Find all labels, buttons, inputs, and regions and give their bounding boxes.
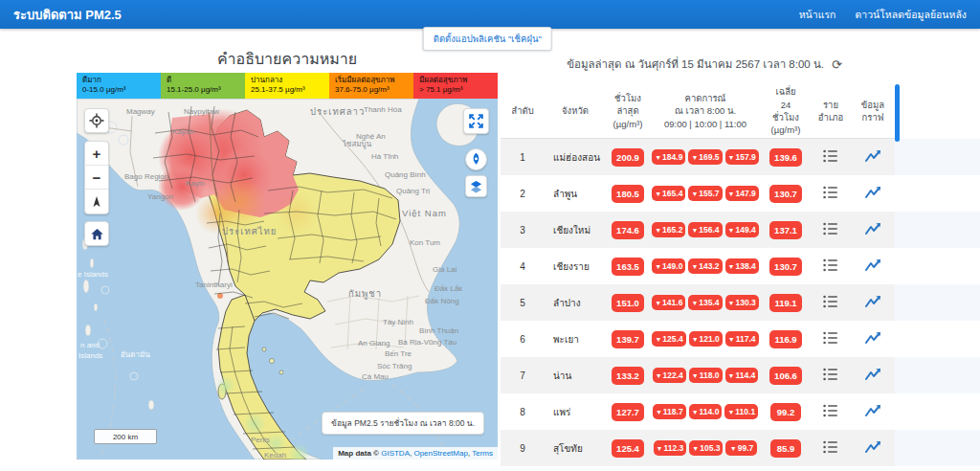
map-data-note: ข้อมูล PM2.5 รายชั่วโมง ณ เวลา 8:00 น.	[322, 412, 484, 435]
district-list-icon[interactable]	[823, 186, 838, 199]
nav-link-home[interactable]: หน้าแรก	[799, 7, 836, 23]
row-number: 4	[501, 261, 545, 272]
district-list-icon[interactable]	[823, 440, 838, 454]
row-number: 6	[501, 334, 545, 345]
table-title: ข้อมูลล่าสุด ณ วันศุกร์ที่ 15 มีนาคม 256…	[501, 56, 895, 73]
forecast-value-badge: ▼138.4	[725, 258, 759, 274]
graph-icon[interactable]	[865, 258, 881, 272]
avg24-value-badge: 119.1	[769, 294, 801, 312]
forecast-value-badge: ▼118.0	[689, 368, 723, 383]
zoom-control: + −	[84, 141, 109, 214]
avg24-value-badge: 106.6	[769, 367, 802, 385]
graph-icon[interactable]	[865, 222, 881, 236]
gistda-logo[interactable]	[465, 148, 487, 170]
district-list-icon[interactable]	[823, 368, 838, 381]
latest-data-title: ข้อมูลล่าสุด ณ วันศุกร์ที่ 15 มีนาคม 256…	[567, 58, 824, 70]
zoom-in-button[interactable]: +	[85, 142, 108, 166]
down-arrow-icon: ▼	[728, 263, 735, 270]
down-arrow-icon: ▼	[656, 372, 662, 379]
forecast-badges: ▼184.9▼169.5▼157.9	[650, 149, 761, 165]
col-header-latest-hour: ชั่วโมง ล่าสุด (µg/m³)	[606, 92, 650, 130]
down-arrow-icon: ▼	[692, 409, 699, 415]
attribution-link-osm[interactable]: OpenStreetMap	[413, 449, 467, 458]
district-list-icon[interactable]	[823, 258, 838, 272]
map-canvas: MagwayNaypyitawKayahBago RegionYangonKay…	[77, 99, 498, 460]
down-arrow-icon: ▼	[655, 191, 661, 197]
zoom-out-button[interactable]: −	[85, 166, 108, 190]
forecast-value-badge: ▼130.3	[725, 295, 759, 310]
district-list-icon[interactable]	[823, 222, 838, 236]
refresh-icon[interactable]: ⟳	[832, 57, 842, 72]
district-list-icon[interactable]	[823, 331, 838, 345]
map-label: Tây Ninh	[383, 318, 413, 326]
nav-link-download-history[interactable]: ดาวน์โหลดข้อมูลย้อนหลัง	[855, 7, 967, 23]
map-label: อันดามัน	[121, 350, 150, 359]
map-label: Kayin	[186, 179, 205, 188]
map-label: Quảng Trị	[396, 187, 430, 195]
graph-icon[interactable]	[865, 404, 881, 417]
down-arrow-icon: ▼	[657, 445, 663, 452]
map-label: Bago Region	[124, 172, 168, 181]
forecast-badges: ▼122.4▼118.0▼114.4	[650, 368, 761, 383]
province-name: เชียงราย	[545, 259, 606, 274]
map-label: Islands	[78, 351, 102, 360]
avg24-value-badge: 85.9	[770, 439, 801, 458]
table-row: 2 ลำพูน 180.5 ▼165.4▼155.7▼147.9 130.7	[501, 175, 980, 212]
avg24-value-badge: 99.2	[770, 403, 801, 421]
attribution-link-gistda[interactable]: GISTDA	[381, 449, 410, 458]
row-number: 5	[501, 298, 545, 308]
forecast-value-badge: ▼105.3	[689, 440, 723, 456]
compass-button[interactable]	[85, 190, 108, 213]
map-label: Kedah	[264, 451, 286, 460]
forecast-value-badge: ▼184.9	[652, 149, 685, 165]
down-arrow-icon: ▼	[692, 372, 699, 379]
home-button[interactable]	[84, 221, 109, 246]
avg24-value-badge: 116.9	[769, 330, 801, 348]
graph-icon[interactable]	[865, 295, 881, 308]
legend-level-0: ดีมาก0-15.0 µg/m³	[77, 73, 161, 99]
map-label: Cà Mau	[362, 372, 389, 381]
table-row: 6 พะเยา 139.7 ▼125.4▼121.0▼117.4 116.9	[501, 321, 980, 357]
locate-button[interactable]	[84, 108, 109, 133]
graph-icon[interactable]	[865, 331, 881, 345]
table-row: 5 ลำปาง 151.0 ▼141.6▼135.4▼130.3 119.1	[501, 284, 980, 321]
latest-value-badge: 163.5	[612, 258, 644, 276]
graph-icon[interactable]	[865, 149, 881, 163]
district-list-icon[interactable]	[823, 149, 838, 163]
province-name: พะเยา	[545, 332, 606, 347]
map-label: Bà Rịa-Vũng Tàu	[398, 338, 457, 347]
down-arrow-icon: ▼	[727, 409, 734, 415]
district-list-icon[interactable]	[823, 295, 838, 308]
install-app-button[interactable]: ติดตั้งแอปพลิเคชัน "เช็คฝุ่น"	[423, 27, 552, 51]
forecast-value-badge: ▼114.4	[725, 368, 759, 383]
down-arrow-icon: ▼	[691, 263, 698, 270]
map-label: ประเทศไทย	[222, 226, 277, 236]
down-arrow-icon: ▼	[728, 336, 735, 343]
graph-icon[interactable]	[865, 440, 881, 454]
graph-icon[interactable]	[865, 186, 881, 199]
latest-value-badge: 139.7	[612, 330, 644, 348]
map-attribution: Map data © GISTDA, OpenStreetMap, Terms	[333, 447, 498, 460]
table-scrollbar[interactable]	[895, 84, 900, 142]
layers-button[interactable]	[465, 175, 487, 197]
map-label: Kon Tum	[410, 238, 440, 247]
legend-level-2: ปานกลาง25.1-37.5 µg/m³	[245, 73, 329, 99]
province-name: ลำพูน	[545, 187, 606, 201]
table-row: 1 แม่ฮ่องสอน 200.9 ▼184.9▼169.5▼157.9 13…	[501, 139, 980, 175]
fullscreen-button[interactable]	[463, 108, 489, 134]
down-arrow-icon: ▼	[728, 227, 735, 234]
forecast-badges: ▼165.2▼156.4▼149.4	[650, 222, 761, 237]
map-label: Yangon	[147, 192, 173, 201]
down-arrow-icon: ▼	[730, 445, 737, 452]
map-label: n and	[80, 341, 100, 349]
map-label: Magway	[126, 107, 155, 116]
forecast-value-badge: ▼114.0	[689, 404, 723, 419]
pm25-map[interactable]: MagwayNaypyitawKayahBago RegionYangonKay…	[77, 99, 498, 460]
graph-icon[interactable]	[865, 368, 881, 381]
attribution-link-terms[interactable]: Terms	[472, 449, 493, 458]
avg24-value-badge: 130.7	[769, 185, 802, 203]
latest-value-badge: 125.4	[612, 439, 644, 458]
forecast-value-badge: ▼99.7	[725, 440, 757, 456]
district-list-icon[interactable]	[823, 404, 838, 417]
avg24-value-badge: 130.7	[769, 258, 802, 276]
